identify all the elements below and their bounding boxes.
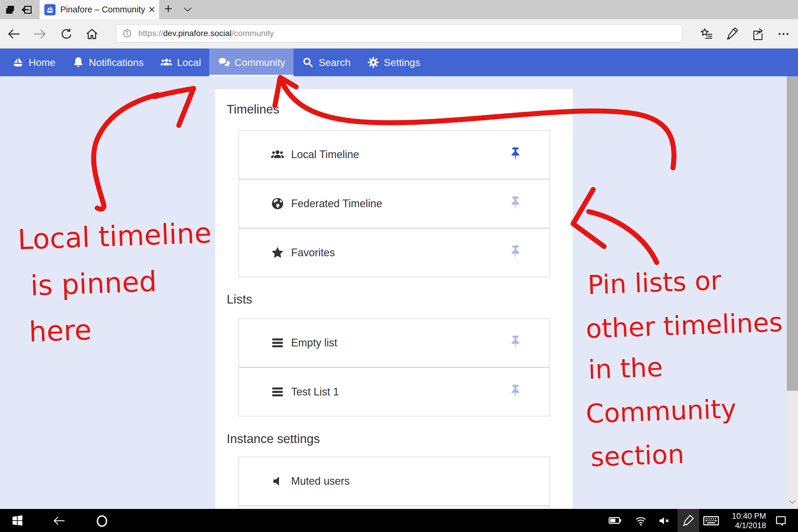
nav-label: Settings — [384, 57, 420, 68]
nav-label: Community — [234, 57, 285, 68]
list-bars-icon — [270, 385, 285, 399]
nav-item-settings[interactable]: Settings — [359, 49, 429, 76]
scrollbar-track[interactable] — [787, 76, 798, 509]
share-icon[interactable] — [751, 27, 764, 41]
url-path: /community — [231, 28, 274, 38]
comments-icon — [217, 56, 230, 69]
gear-icon — [367, 56, 380, 69]
action-center-icon[interactable] — [774, 514, 787, 527]
pinafore-favicon-icon — [44, 4, 56, 15]
volume-muted-icon[interactable] — [658, 514, 671, 527]
windows-ink-icon — [682, 514, 695, 527]
url-host: dev.pinafore.social — [163, 28, 231, 38]
row-label: Test List 1 — [291, 386, 339, 398]
nav-item-notifications[interactable]: Notifications — [64, 49, 152, 76]
page-viewport: Timelines Local Timeline — [0, 76, 798, 509]
browser-toolbar: https://dev.pinafore.social/community — [0, 19, 798, 49]
favorites-hub-icon[interactable] — [700, 27, 714, 41]
taskbar-clock[interactable]: 10:40 PM 4/1/2018 — [728, 511, 766, 530]
web-note-icon[interactable] — [725, 27, 739, 41]
globe-icon — [270, 196, 285, 211]
site-info-icon[interactable] — [122, 28, 132, 38]
lists-list: Empty list Test List 1 — [239, 318, 550, 416]
list-item-local-timeline[interactable]: Local Timeline — [239, 130, 550, 179]
list-item-test-list-1[interactable]: Test List 1 — [239, 367, 550, 416]
tab-list-chevron-icon[interactable] — [183, 7, 192, 12]
pin-icon[interactable] — [509, 384, 522, 400]
row-label: Local Timeline — [291, 148, 359, 161]
set-tabs-aside-icon[interactable] — [21, 4, 33, 16]
list-item-empty-list[interactable]: Empty list — [239, 318, 550, 367]
scrollbar-down-icon[interactable] — [787, 497, 798, 507]
pinafore-nav-bar: Home Notifications Local — [0, 49, 798, 76]
new-tab-button[interactable]: + — [164, 1, 172, 17]
tab-title: Pinafore – Community — [60, 5, 145, 15]
home-icon[interactable] — [85, 27, 99, 41]
battery-icon[interactable] — [608, 514, 621, 527]
timelines-list: Local Timeline — [239, 130, 550, 277]
section-heading-instance-settings: Instance settings — [227, 432, 320, 446]
row-label: Favorites — [291, 247, 335, 259]
taskbar-back-icon[interactable] — [53, 514, 65, 527]
touch-keyboard-icon[interactable] — [703, 514, 720, 527]
list-item-muted-users[interactable]: Muted users — [239, 457, 550, 506]
nav-item-community[interactable]: Community — [209, 49, 293, 76]
tab-preview-icon[interactable] — [4, 4, 16, 16]
scrollbar-thumb[interactable] — [787, 76, 798, 391]
pin-icon[interactable] — [509, 146, 522, 163]
users-icon — [270, 148, 285, 162]
nav-item-home[interactable]: Home — [3, 49, 64, 76]
star-icon — [270, 246, 285, 260]
row-label: Federated Timeline — [291, 197, 382, 210]
sailboat-icon — [12, 56, 24, 69]
windows-taskbar: 10:40 PM 4/1/2018 — [0, 509, 798, 532]
list-item-favorites[interactable]: Favorites — [239, 228, 550, 277]
list-item-federated-timeline[interactable]: Federated Timeline — [239, 179, 550, 228]
taskbar-time: 10:40 PM — [728, 511, 766, 521]
instance-settings-list: Muted users — [239, 457, 550, 509]
screen: Pinafore – Community ✕ + — [0, 0, 798, 532]
browser-tab-bar: Pinafore – Community ✕ + — [0, 0, 798, 19]
list-bars-icon — [270, 336, 285, 350]
pin-icon[interactable] — [509, 244, 522, 261]
section-heading-lists: Lists — [227, 292, 252, 306]
row-label: Muted users — [291, 475, 350, 487]
url-bar[interactable]: https://dev.pinafore.social/community — [116, 24, 682, 42]
pin-icon[interactable] — [509, 195, 522, 212]
taskbar-date: 4/1/2018 — [728, 521, 766, 530]
cortana-icon[interactable] — [95, 514, 108, 527]
bell-icon — [72, 56, 84, 69]
tab-close-icon[interactable]: ✕ — [148, 4, 155, 15]
nav-label: Notifications — [89, 57, 144, 68]
list-item-partial[interactable] — [239, 506, 550, 509]
row-label: Empty list — [291, 337, 337, 349]
users-icon — [160, 56, 173, 69]
more-icon[interactable] — [777, 27, 790, 41]
back-icon[interactable] — [7, 27, 21, 41]
nav-label: Local — [177, 57, 201, 68]
nav-item-search[interactable]: Search — [293, 49, 359, 76]
search-icon — [302, 56, 314, 69]
wifi-icon[interactable] — [634, 514, 647, 527]
windows-start-icon[interactable] — [11, 514, 24, 527]
forward-icon[interactable] — [33, 27, 47, 41]
volume-mute-icon — [270, 474, 285, 488]
nav-label: Home — [28, 57, 56, 68]
nav-item-local[interactable]: Local — [152, 49, 209, 76]
community-card: Timelines Local Timeline — [215, 89, 573, 509]
browser-tab[interactable]: Pinafore – Community ✕ — [40, 0, 159, 19]
pin-icon[interactable] — [509, 335, 522, 351]
url-protocol: https:// — [138, 28, 163, 38]
windows-ink-tile[interactable] — [678, 509, 699, 532]
nav-label: Search — [319, 57, 350, 68]
refresh-icon[interactable] — [60, 27, 73, 41]
section-heading-timelines: Timelines — [227, 102, 279, 116]
